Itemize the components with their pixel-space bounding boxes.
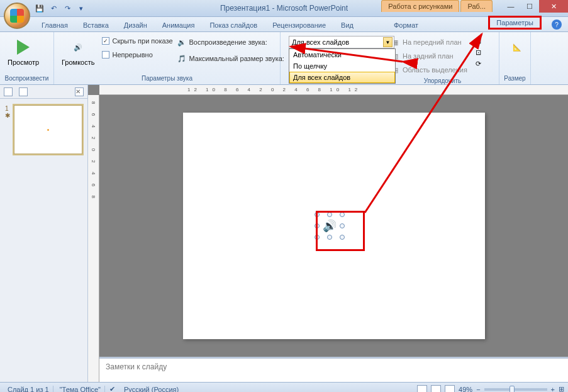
tab-animation[interactable]: Анимация xyxy=(155,19,203,31)
volume-button[interactable]: 🔊 Громкость xyxy=(58,36,98,67)
handle-tr[interactable] xyxy=(340,212,345,217)
help-icon[interactable]: ? xyxy=(552,20,562,30)
svg-marker-0 xyxy=(17,40,30,55)
slide[interactable]: 🔊 xyxy=(183,113,485,339)
send-back-button[interactable]: ▧На задний план xyxy=(390,50,467,62)
undo-icon[interactable]: ↶ xyxy=(48,3,59,14)
volume-label: Громкость xyxy=(62,59,94,66)
handle-br[interactable] xyxy=(340,235,345,240)
ribbon: Просмотр Воспроизвести 🔊 Громкость ✓ Скр… xyxy=(0,32,568,85)
view-normal-icon[interactable] xyxy=(417,385,427,393)
status-slide[interactable]: Слайд 1 из 1 xyxy=(4,386,53,393)
slide-editor: 12 10 8 6 4 2 0 2 4 6 8 10 12 8 6 4 2 0 … xyxy=(88,85,568,382)
status-lang[interactable]: Русский (Россия) xyxy=(120,386,182,393)
quick-access-toolbar: 💾 ↶ ↷ ▾ xyxy=(34,3,87,14)
status-theme[interactable]: "Тема Office" xyxy=(56,386,105,393)
zoom-thumb[interactable] xyxy=(510,386,515,393)
handle-r[interactable] xyxy=(340,223,345,228)
tab-parameters[interactable]: Параметры xyxy=(488,16,542,30)
size-button[interactable]: 📐 xyxy=(503,36,531,59)
view-sorter-icon[interactable] xyxy=(431,385,441,393)
chevron-down-icon[interactable]: ▼ xyxy=(383,37,393,47)
notes-placeholder: Заметки к слайду xyxy=(106,362,167,371)
play-sound-dropdown-wrap: Для всех слайдов ▼ Автоматически По щелч… xyxy=(289,36,394,48)
office-button[interactable] xyxy=(4,3,30,29)
save-icon[interactable]: 💾 xyxy=(34,3,45,14)
play-sound-row: 🔉 Воспроизведение звука: xyxy=(177,36,284,48)
outline-tab-icon[interactable] xyxy=(19,87,28,96)
minimize-button[interactable]: — xyxy=(501,0,520,13)
group-play: Просмотр Воспроизвести xyxy=(0,32,54,84)
group-play-label: Воспроизвести xyxy=(4,74,50,83)
panel-close-icon[interactable]: ✕ xyxy=(75,87,84,96)
ruler-horizontal: 12 10 8 6 4 2 0 2 4 6 8 10 12 xyxy=(99,85,568,95)
group-size: 📐 Размер xyxy=(499,32,531,84)
dd-option-all[interactable]: Для всех слайдов xyxy=(289,72,395,83)
qat-more-icon[interactable]: ▾ xyxy=(75,3,87,14)
notes-pane[interactable]: Заметки к слайду xyxy=(99,357,568,382)
titlebar: 💾 ↶ ↷ ▾ Презентация1 - Microsoft PowerPo… xyxy=(0,0,568,17)
hide-on-show-checkbox[interactable]: ✓ Скрыть при показе xyxy=(102,36,172,46)
spellcheck-icon[interactable]: ✔ xyxy=(108,384,118,393)
thumbnail-image xyxy=(14,105,82,154)
tab-design[interactable]: Дизайн xyxy=(116,19,155,31)
panel-tabs: ✕ xyxy=(0,85,87,99)
sound-size-icon: 🎵 xyxy=(177,53,187,64)
statusbar: Слайд 1 из 1 "Тема Office" ✔ Русский (Ро… xyxy=(0,382,568,392)
fit-icon[interactable]: ⊞ xyxy=(559,385,564,392)
group-sound-params-label: Параметры звука xyxy=(58,74,276,83)
tab-format[interactable]: Формат xyxy=(386,19,426,31)
tab-slideshow[interactable]: Показ слайдов xyxy=(202,19,265,31)
slide-thumbnail-1[interactable]: 1✱ xyxy=(0,99,87,160)
checkbox-icon xyxy=(102,51,109,59)
group-arrange: ▦На передний план ▧На задний план ▤Облас… xyxy=(386,32,499,84)
zoom-slider[interactable] xyxy=(484,388,547,391)
handle-l[interactable] xyxy=(315,223,320,228)
close-button[interactable]: ✕ xyxy=(539,0,568,13)
zoom-in-icon[interactable]: + xyxy=(551,386,555,393)
preview-label: Просмотр xyxy=(8,59,39,66)
loop-checkbox[interactable]: Непрерывно xyxy=(102,50,172,60)
redo-icon[interactable]: ↷ xyxy=(62,3,73,14)
bring-front-button[interactable]: ▦На передний план xyxy=(390,36,467,48)
group-sound-params: 🔊 Громкость ✓ Скрыть при показе Непрерыв… xyxy=(54,32,281,84)
thumb-number: 1✱ xyxy=(5,105,10,154)
context-tab-2[interactable]: Раб... xyxy=(460,0,493,12)
ruler-vertical: 8 6 4 2 0 2 4 6 8 xyxy=(88,95,99,382)
align-icon[interactable]: ⊞ xyxy=(474,36,484,46)
sound-object[interactable]: 🔊 xyxy=(318,216,341,236)
tab-review[interactable]: Рецензирование xyxy=(265,19,333,31)
view-slideshow-icon[interactable] xyxy=(445,385,455,393)
handle-tl[interactable] xyxy=(315,212,320,217)
dd-option-click[interactable]: По щелчку xyxy=(289,60,395,72)
checkbox-icon: ✓ xyxy=(102,37,109,45)
handle-bl[interactable] xyxy=(315,235,320,240)
tab-view[interactable]: Вид xyxy=(333,19,361,31)
workspace: ✕ 1✱ 12 10 8 6 4 2 0 2 4 6 8 10 12 8 6 4… xyxy=(0,85,568,382)
group-icon[interactable]: ⊡ xyxy=(474,47,484,57)
slides-tab-icon[interactable] xyxy=(4,87,13,96)
contextual-tabs: Работа с рисунками Раб... xyxy=(381,0,493,12)
sound-play-icon: 🔉 xyxy=(177,37,187,47)
dropdown-value: Для всех слайдов xyxy=(292,38,349,46)
canvas[interactable]: 🔊 xyxy=(99,95,568,357)
play-icon xyxy=(13,37,33,57)
handle-t[interactable] xyxy=(327,212,332,217)
play-sound-dropdown[interactable]: Для всех слайдов ▼ Автоматически По щелч… xyxy=(289,36,394,48)
max-size-row: 🎵 Максимальный размер звука: xyxy=(177,52,284,65)
group-size-label: Размер xyxy=(503,74,526,83)
tab-insert[interactable]: Вставка xyxy=(75,19,116,31)
dd-option-auto[interactable]: Автоматически xyxy=(289,49,395,60)
preview-button[interactable]: Просмотр xyxy=(4,36,43,67)
rotate-icon[interactable]: ⟳ xyxy=(474,59,484,69)
maximize-button[interactable]: ☐ xyxy=(520,0,539,13)
zoom-value[interactable]: 49% xyxy=(459,386,472,393)
ribbon-tabs: Главная Вставка Дизайн Анимация Показ сл… xyxy=(0,17,568,32)
tab-home[interactable]: Главная xyxy=(34,19,75,31)
selection-handles xyxy=(315,212,345,240)
context-tab-picture-tools[interactable]: Работа с рисунками xyxy=(381,0,459,12)
zoom-out-icon[interactable]: − xyxy=(476,386,480,393)
group-arrange-label: Упорядочить xyxy=(390,76,495,86)
handle-b[interactable] xyxy=(327,235,332,240)
selection-pane-button[interactable]: ▤Область выделения xyxy=(390,64,467,76)
